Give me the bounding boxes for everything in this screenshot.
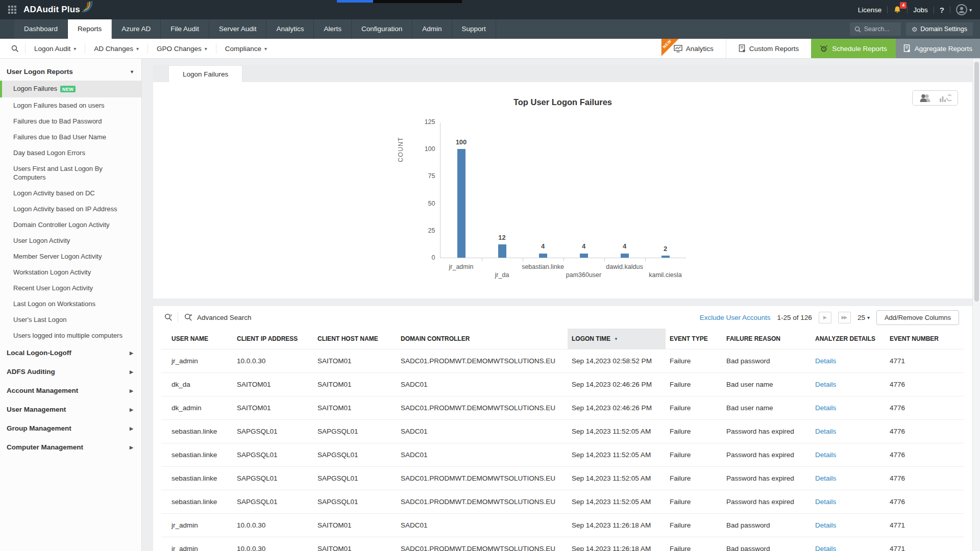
user-menu-button[interactable]: ▾ <box>956 4 972 15</box>
jobs-link[interactable]: Jobs <box>913 6 928 14</box>
column-header-analyzer-details[interactable]: ANALYZER DETAILS <box>811 329 886 349</box>
sidebar-collapsed-sections: Local Logon-Logoff▶ADFS Auditing▶Account… <box>0 343 141 457</box>
column-header-event-number[interactable]: EVENT NUMBER <box>886 329 964 349</box>
sidebar-item-day-based-logon-errors[interactable]: Day based Logon Errors <box>0 145 141 161</box>
details-link[interactable]: Details <box>815 404 836 412</box>
sidebar-item-logon-failures[interactable]: Logon FailuresNEW <box>0 81 141 97</box>
sidebar-section-group-management[interactable]: Group Management▶ <box>0 419 141 438</box>
tab-alerts[interactable]: Alerts <box>314 19 352 39</box>
column-header-domain-controller[interactable]: DOMAIN CONTROLLER <box>397 329 568 349</box>
chart-bar-jr-admin[interactable] <box>457 149 465 258</box>
sidebar-item-user-s-last-logon[interactable]: User's Last Logon <box>0 312 141 328</box>
tab-dashboard[interactable]: Dashboard <box>14 19 68 39</box>
next-page-button[interactable]: ▶ <box>819 312 831 323</box>
chart-bar-sebastian-linke[interactable] <box>539 254 547 258</box>
tab-configuration[interactable]: Configuration <box>352 19 412 39</box>
sidebar-item-users-logged-into-multiple-computers[interactable]: Users logged into multiple computers <box>0 328 141 343</box>
sidebar-item-logon-activity-based-on-ip-address[interactable]: Logon Activity based on IP Address <box>0 201 141 217</box>
chart-bar-jr-da[interactable] <box>498 244 506 258</box>
license-link[interactable]: License <box>858 6 882 14</box>
table-search-icon[interactable] <box>164 313 173 321</box>
chart-bar-dawid-kaldus[interactable] <box>621 254 629 258</box>
app-grid-icon[interactable] <box>8 6 16 14</box>
subnav-menu-label: AD Changes <box>94 45 133 53</box>
tab-azure-ad[interactable]: Azure AD <box>112 19 161 39</box>
details-link[interactable]: Details <box>815 381 836 388</box>
notifications-button[interactable]: 4 <box>893 6 901 14</box>
add-remove-columns-button[interactable]: Add/Remove Columns <box>876 310 959 325</box>
advanced-search-button[interactable]: Advanced Search <box>184 313 252 321</box>
sidebar-section-user-logon-reports[interactable]: User Logon Reports ▾ <box>0 63 141 81</box>
subnav-menu-gpo-changes[interactable]: GPO Changes▾ <box>148 43 216 54</box>
sidebar-item-logon-activity-based-on-dc[interactable]: Logon Activity based on DC <box>0 185 141 201</box>
chart-bar-kamil-ciesla[interactable] <box>662 256 670 258</box>
subnav-menu-compliance[interactable]: Compliance▾ <box>216 43 276 54</box>
details-link[interactable]: Details <box>815 428 836 435</box>
cell-type: Failure <box>666 467 722 490</box>
tab-admin[interactable]: Admin <box>412 19 452 39</box>
page-size-select[interactable]: 25 ▾ <box>857 314 870 321</box>
details-link[interactable]: Details <box>815 474 836 482</box>
tab-server-audit[interactable]: Server Audit <box>209 19 267 39</box>
sidebar-item-recent-user-logon-activity[interactable]: Recent User Logon Activity <box>0 280 141 296</box>
sidebar-section-local-logon-logoff[interactable]: Local Logon-Logoff▶ <box>0 343 141 362</box>
domain-settings-button[interactable]: ⚙ Domain Settings <box>906 22 973 36</box>
x-axis-category-label: jr_admin <box>423 263 500 270</box>
help-button[interactable]: ? <box>940 6 944 14</box>
sidebar-item-logon-failures-based-on-users[interactable]: Logon Failures based on users <box>0 97 141 113</box>
sidebar-section-computer-management[interactable]: Computer Management▶ <box>0 438 141 457</box>
sidebar-item-failures-due-to-bad-user-name[interactable]: Failures due to Bad User Name <box>0 129 141 145</box>
custom-reports-button[interactable]: Custom Reports <box>726 39 812 58</box>
page-scrollbar[interactable] <box>972 59 980 551</box>
scrollbar-thumb[interactable] <box>974 62 979 302</box>
column-header-user-name[interactable]: USER NAME <box>161 329 233 349</box>
chart-bar-pam360user[interactable] <box>580 254 588 258</box>
sidebar-item-users-first-and-last-logon-by-computers[interactable]: Users First and Last Logon By Computers <box>0 161 141 185</box>
aggregate-reports-button[interactable]: Aggregate Reports <box>896 39 980 58</box>
sidebar-item-failures-due-to-bad-password[interactable]: Failures due to Bad Password <box>0 113 141 129</box>
tab-file-audit[interactable]: File Audit <box>161 19 209 39</box>
column-header-client-ip-address[interactable]: CLIENT IP ADDRESS <box>233 329 313 349</box>
details-link[interactable]: Details <box>815 521 836 529</box>
sidebar-item-workstation-logon-activity[interactable]: Workstation Logon Activity <box>0 264 141 280</box>
details-link[interactable]: Details <box>815 545 836 551</box>
last-page-button[interactable]: ▶▶ <box>838 312 851 323</box>
subnav-menu-ad-changes[interactable]: AD Changes▾ <box>85 43 148 54</box>
column-header-client-host-name[interactable]: CLIENT HOST NAME <box>313 329 397 349</box>
search-input[interactable] <box>864 26 900 33</box>
divider <box>907 6 908 13</box>
details-link[interactable]: Details <box>815 451 836 459</box>
sidebar-section-user-management[interactable]: User Management▶ <box>0 400 141 419</box>
exclude-user-accounts-link[interactable]: Exclude User Accounts <box>700 314 771 321</box>
cell-event-number: 4776 <box>886 467 964 490</box>
analytics-shortcut[interactable]: NEW Analytics <box>661 39 726 58</box>
report-search-button[interactable] <box>5 43 26 54</box>
tab-analytics[interactable]: Analytics <box>266 19 314 39</box>
column-header-event-type[interactable]: EVENT TYPE <box>666 329 722 349</box>
x-axis-category-label: dawid.kaldus <box>586 263 663 270</box>
cell-event-number: 4776 <box>886 420 964 443</box>
top-users-view-icon[interactable] <box>919 93 932 103</box>
subnav-menu-logon-audit[interactable]: Logon Audit▾ <box>26 43 85 54</box>
sidebar-item-member-server-logon-activity[interactable]: Member Server Logon Activity <box>0 248 141 264</box>
tab-reports[interactable]: Reports <box>68 19 112 39</box>
sidebar-section-adfs-auditing[interactable]: ADFS Auditing▶ <box>0 362 141 381</box>
schedule-reports-button[interactable]: Schedule Reports <box>811 39 895 58</box>
details-link[interactable]: Details <box>815 357 836 365</box>
cell-time: Sep 14,2023 02:46:26 PM <box>568 373 666 396</box>
tab-support[interactable]: Support <box>452 19 496 39</box>
chart-refresh-icon[interactable] <box>939 93 951 103</box>
sidebar-item-user-logon-activity[interactable]: User Logon Activity <box>0 233 141 248</box>
cell-event-number: 4771 <box>886 514 964 537</box>
chart-panel: Top User Logon Failures COUNT <box>153 82 972 298</box>
sidebar-section-account-management[interactable]: Account Management▶ <box>0 381 141 400</box>
cell-time: Sep 14,2023 11:26:18 AM <box>568 537 666 551</box>
column-header-logon-time[interactable]: LOGON TIME▼ <box>568 329 666 349</box>
global-search-box[interactable] <box>850 22 901 36</box>
tab-logon-failures[interactable]: Logon Failures <box>168 65 242 82</box>
chevron-down-icon: ▾ <box>205 46 207 52</box>
column-header-failure-reason[interactable]: FAILURE REASON <box>722 329 811 349</box>
sidebar-item-domain-controller-logon-activity[interactable]: Domain Controller Logon Activity <box>0 217 141 233</box>
sidebar-item-last-logon-on-workstations[interactable]: Last Logon on Workstations <box>0 296 141 312</box>
details-link[interactable]: Details <box>815 498 836 506</box>
